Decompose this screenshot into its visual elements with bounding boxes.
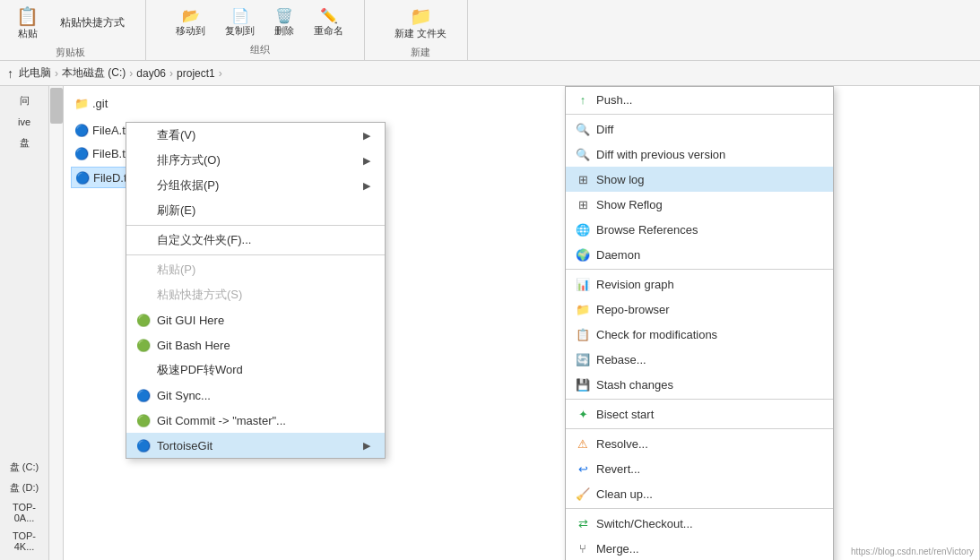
toolbar: 📋 粘贴 粘贴快捷方式 剪贴板 📂 移动到 📄 复制到 🗑️ 删除 <box>0 0 980 61</box>
menu-git-commit[interactable]: 🟢 Git Commit -> "master"... <box>126 408 385 433</box>
menu-sort[interactable]: 排序方式(O) ▶ <box>126 148 385 173</box>
nav-item-2[interactable]: 盘 <box>2 133 47 153</box>
pdf-word-icon <box>135 362 152 378</box>
git-bash-icon: 🟢 <box>135 337 152 353</box>
divider-r2 <box>566 399 833 400</box>
nav-top-4k[interactable]: TOP-4K... <box>2 527 47 556</box>
menu-show-log[interactable]: ⊞ Show log <box>566 167 833 192</box>
move-button[interactable]: 📂 移动到 <box>169 4 212 41</box>
tortoise-git-icon: 🔵 <box>135 437 152 453</box>
merge-icon: ⑂ <box>575 540 591 556</box>
menu-refresh[interactable]: 刷新(E) <box>126 198 385 223</box>
menu-revision-graph[interactable]: 📊 Revision graph <box>566 271 833 297</box>
nav-item-0[interactable]: 问 <box>2 90 47 111</box>
divider-1 <box>126 225 385 226</box>
menu-revert[interactable]: ↩ Revert... <box>566 456 833 481</box>
nav-drive-c[interactable]: 盘 (C:) <box>2 457 47 478</box>
stash-icon: 💾 <box>575 376 591 392</box>
fileB-icon: 🔵 <box>74 146 89 160</box>
fileA-icon: 🔵 <box>74 123 89 137</box>
check-mods-icon: 📋 <box>575 326 591 342</box>
rebase-icon: 🔄 <box>575 351 591 367</box>
daemon-icon: 🌍 <box>575 246 591 263</box>
divider-2 <box>126 254 385 255</box>
delete-button[interactable]: 🗑️ 删除 <box>267 4 301 41</box>
paste-shortcut-button[interactable]: 粘贴快捷方式 <box>53 12 132 34</box>
menu-stash[interactable]: 💾 Stash changes <box>566 372 833 397</box>
breadcrumb-folder1[interactable]: day06 <box>136 67 166 80</box>
menu-diff-prev[interactable]: 🔍 Diff with previous version <box>566 142 833 167</box>
left-nav: 问 ive 盘 盘 (C:) 盘 (D:) TOP-0A... TOP-4K..… <box>0 86 49 560</box>
breadcrumb: ↑ 此电脑 › 本地磁盘 (C:) › day06 › project1 › <box>0 61 980 86</box>
file-explorer: 📁 .git 🔵 FileA.txt 🔵 FileC.txt 🔵 FileB.t… <box>49 86 980 560</box>
menu-daemon[interactable]: 🌍 Daemon <box>566 242 833 267</box>
vertical-scrollbar[interactable] <box>49 86 64 560</box>
divider-r3 <box>566 428 833 429</box>
view-icon <box>135 127 152 143</box>
menu-push[interactable]: ↑ Push... <box>566 87 833 112</box>
rename-button[interactable]: ✏️ 重命名 <box>307 4 351 41</box>
menu-git-bash[interactable]: 🟢 Git Bash Here <box>126 332 385 358</box>
main-area: 问 ive 盘 盘 (C:) 盘 (D:) TOP-0A... TOP-4K..… <box>0 86 980 560</box>
git-folder-label: .git <box>92 97 108 110</box>
menu-git-gui[interactable]: 🟢 Git GUI Here <box>126 307 385 332</box>
resolve-icon: ⚠ <box>575 435 591 452</box>
menu-view[interactable]: 查看(V) ▶ <box>126 123 385 148</box>
new-folder-button[interactable]: 📁 新建 文件夹 <box>387 2 454 44</box>
diff-icon: 🔍 <box>575 121 591 137</box>
watermark: https://blog.csdn.net/renVictory <box>851 547 974 556</box>
customize-icon <box>135 232 152 248</box>
switch-icon: ⇄ <box>575 515 591 531</box>
nav-drive-d[interactable]: 盘 (D:) <box>2 478 47 498</box>
diff-prev-icon: 🔍 <box>575 146 591 162</box>
menu-browse-refs[interactable]: 🌐 Browse References <box>566 217 833 242</box>
menu-pdf-word[interactable]: 极速PDF转Word <box>126 358 385 383</box>
menu-diff[interactable]: 🔍 Diff <box>566 116 833 142</box>
menu-tortoise-git[interactable]: 🔵 TortoiseGit ▶ <box>126 433 385 458</box>
menu-switch[interactable]: ⇄ Switch/Checkout... <box>566 511 833 536</box>
fileD-icon: 🔵 <box>75 170 90 185</box>
menu-group[interactable]: 分组依据(P) ▶ <box>126 173 385 198</box>
menu-paste-shortcut: 粘贴快捷方式(S) <box>126 282 385 307</box>
up-arrow[interactable]: ↑ <box>7 66 13 81</box>
menu-paste: 粘贴(P) <box>126 257 385 282</box>
repo-browser-icon: 📁 <box>575 301 591 317</box>
menu-show-reflog[interactable]: ⊞ Show Reflog <box>566 192 833 217</box>
divider-r0 <box>566 114 833 115</box>
revision-graph-icon: 📊 <box>575 276 591 292</box>
git-gui-icon: 🟢 <box>135 312 152 328</box>
show-log-icon: ⊞ <box>575 171 591 187</box>
show-reflog-icon: ⊞ <box>575 196 591 212</box>
menu-rebase[interactable]: 🔄 Rebase... <box>566 347 833 372</box>
push-icon: ↑ <box>575 91 591 108</box>
divider-r1 <box>566 269 833 270</box>
clipboard-group: 📋 粘贴 粘贴快捷方式 剪贴板 <box>9 0 146 60</box>
nav-item-1[interactable]: ive <box>2 113 47 131</box>
menu-bisect[interactable]: ✦ Bisect start <box>566 401 833 426</box>
sort-icon <box>135 152 152 168</box>
menu-resolve[interactable]: ⚠ Resolve... <box>566 431 833 456</box>
breadcrumb-drive[interactable]: 本地磁盘 (C:) <box>62 65 126 81</box>
menu-repo-browser[interactable]: 📁 Repo-browser <box>566 297 833 322</box>
breadcrumb-pc[interactable]: 此电脑 <box>19 65 51 81</box>
right-context-menu: ↑ Push... 🔍 Diff 🔍 Diff with previous ve… <box>565 86 834 560</box>
scrollbar-thumb[interactable] <box>50 88 63 124</box>
paste-icon <box>135 262 152 278</box>
git-commit-icon: 🟢 <box>135 412 152 428</box>
copy-button[interactable]: 📄 复制到 <box>218 4 262 41</box>
menu-customize[interactable]: 自定义文件夹(F)... <box>126 228 385 253</box>
git-sync-icon: 🔵 <box>135 387 152 403</box>
left-context-menu: 查看(V) ▶ 排序方式(O) ▶ 分组依据(P) ▶ 刷新(E) 自定义文件夹… <box>126 122 386 459</box>
menu-check-mods[interactable]: 📋 Check for modifications <box>566 322 833 347</box>
menu-git-sync[interactable]: 🔵 Git Sync... <box>126 383 385 408</box>
paste-shortcut-icon <box>135 287 152 303</box>
organize-group: 📂 移动到 📄 复制到 🗑️ 删除 ✏️ 重命名 组织 <box>169 0 365 60</box>
paste-button[interactable]: 📋 粘贴 <box>9 2 46 44</box>
nav-top-0a[interactable]: TOP-0A... <box>2 498 47 527</box>
menu-cleanup[interactable]: 🧹 Clean up... <box>566 481 833 506</box>
bisect-icon: ✦ <box>575 406 591 422</box>
breadcrumb-folder2[interactable]: project1 <box>177 67 215 80</box>
menu-merge[interactable]: ⑂ Merge... <box>566 536 833 560</box>
browse-refs-icon: 🌐 <box>575 221 591 237</box>
git-folder-item[interactable]: 📁 .git <box>71 93 268 113</box>
